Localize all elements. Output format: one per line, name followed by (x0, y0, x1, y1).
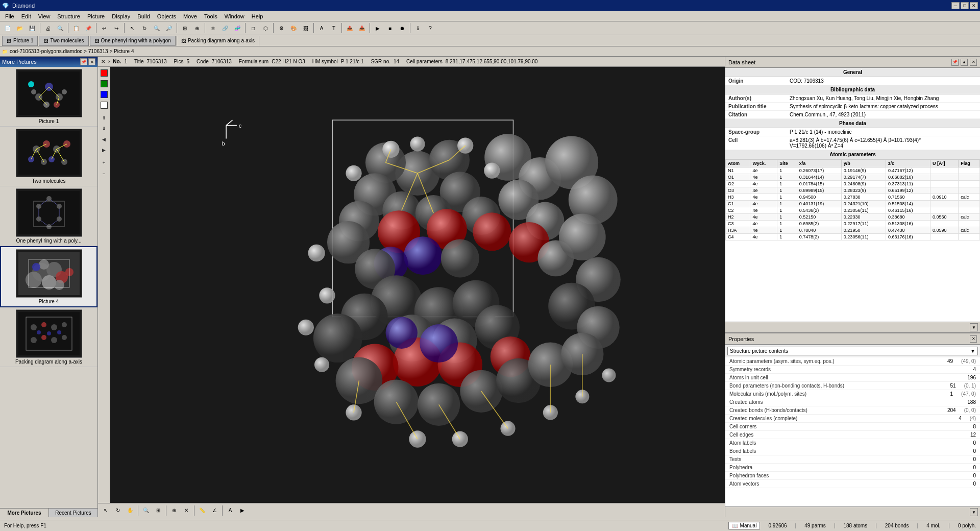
tb-help2[interactable]: ? (425, 22, 436, 34)
sidebar-picture-2[interactable]: Two molecules (0, 127, 97, 186)
tab-two-molecules[interactable]: 🖼 Two molecules (39, 36, 88, 46)
canvas-forward-icon[interactable]: › (108, 59, 110, 64)
sidebar-picture-5[interactable]: Packing diagram along a-axis (0, 307, 97, 367)
sidebar-close-btn[interactable]: ✕ (88, 58, 95, 65)
tb-play[interactable]: ▶ (372, 22, 383, 34)
canvas-tool-color-b[interactable] (99, 89, 109, 100)
canvas-close-icon[interactable]: ✕ (101, 59, 105, 64)
canvas-tb-more[interactable]: ▶ (237, 505, 248, 516)
tb-paste[interactable]: 📌 (83, 22, 94, 34)
tb-bonds[interactable]: 🔗 (219, 22, 231, 34)
close-button[interactable]: ✕ (970, 2, 978, 9)
menu-objects[interactable]: Objects (154, 12, 179, 20)
tb-center[interactable]: ⊕ (191, 22, 203, 34)
canvas-tool-color-g[interactable] (99, 79, 109, 89)
canvas-tb-select[interactable]: ↖ (100, 505, 111, 516)
sidebar-tab-more-pictures[interactable]: More Pictures (0, 509, 49, 517)
data-sheet-content[interactable]: General Origin COD: 7106313 Bibliographi… (725, 68, 980, 322)
menu-display[interactable]: Display (109, 12, 133, 20)
menu-edit[interactable]: Edit (18, 12, 34, 20)
menu-build[interactable]: Build (134, 12, 153, 20)
tb-color[interactable]: 🎨 (288, 22, 299, 34)
properties-content[interactable]: Atomic parameters (asym. sites, sym.eq. … (725, 357, 980, 506)
canvas-tb-del[interactable]: ✕ (181, 505, 192, 516)
tb-render[interactable]: 🖼 (300, 22, 311, 34)
minimize-button[interactable]: ─ (951, 2, 960, 9)
tb-save[interactable]: 💾 (27, 22, 38, 34)
tb-copy[interactable]: 📋 (70, 22, 82, 34)
tb-symmetry[interactable]: ⬡ (260, 22, 271, 34)
tb-open[interactable]: 📂 (14, 22, 26, 34)
tb-stop[interactable]: ■ (384, 22, 396, 34)
tb-molecules[interactable]: 🧬 (232, 22, 243, 34)
sidebar-picture-3[interactable]: One phenyl ring with a poly... (0, 186, 97, 246)
tb-rotate[interactable]: ↻ (139, 22, 150, 34)
canvas-tool-zoom-plus[interactable]: + (99, 158, 109, 168)
tb-fit[interactable]: ⊞ (179, 22, 190, 34)
sidebar-picture-1[interactable]: Picture 1 (0, 67, 97, 127)
tb-info[interactable]: ℹ (412, 22, 424, 34)
tb-cell[interactable]: □ (248, 22, 259, 34)
tab-packing[interactable]: 🖼 Packing diagram along a-axis (177, 36, 259, 46)
menu-picture[interactable]: Picture (84, 12, 108, 20)
tab-one-phenyl[interactable]: 🖼 One phenyl ring with a polygon (90, 36, 176, 46)
canvas-tool-color-w[interactable] (99, 100, 109, 110)
canvas-tb-angle[interactable]: ∠ (209, 505, 220, 516)
data-sheet-close-btn[interactable]: ✕ (970, 59, 977, 66)
canvas-tb-pan[interactable]: ✋ (125, 505, 136, 516)
menu-move[interactable]: Move (180, 12, 200, 20)
prop-label-text: Created bonds (H-bonds/contacts) (729, 407, 807, 413)
sidebar-header-controls[interactable]: 📌 ✕ (80, 58, 95, 65)
canvas-tb-add-atom[interactable]: ⊕ (168, 505, 180, 516)
tb-record[interactable]: ⏺ (397, 22, 408, 34)
tb-redo[interactable]: ↪ (111, 22, 122, 34)
title-bar-controls[interactable]: ─ □ ✕ (951, 2, 978, 9)
tb-settings[interactable]: ⚙ (276, 22, 287, 34)
menu-help[interactable]: Help (249, 12, 266, 20)
menu-tools[interactable]: Tools (201, 12, 220, 20)
canvas-tb-measure[interactable]: 📏 (197, 505, 208, 516)
canvas-tb-zoom[interactable]: 🔍 (140, 505, 152, 516)
tb-new[interactable]: 📄 (2, 22, 13, 34)
tb-pointer[interactable]: ↖ (127, 22, 138, 34)
menu-file[interactable]: File (2, 12, 17, 20)
tb-export[interactable]: 📤 (344, 22, 355, 34)
canvas-tb-rotate[interactable]: ↻ (112, 505, 124, 516)
properties-close-btn[interactable]: ✕ (970, 335, 977, 343)
data-sheet-scroll-down[interactable]: ▼ (970, 323, 978, 331)
tb-zoom-in[interactable]: 🔍 (151, 22, 162, 34)
canvas-tool-nav4[interactable]: ▶ (99, 145, 109, 155)
canvas-section: ⬆ ⬇ ◀ ▶ + − b (98, 67, 725, 503)
tb-text[interactable]: T (328, 22, 339, 34)
properties-dropdown[interactable]: Structure picture contents ▼ (727, 347, 978, 355)
tb-undo[interactable]: ↩ (99, 22, 110, 34)
menu-view[interactable]: View (35, 12, 54, 20)
tb-zoom-out[interactable]: 🔎 (163, 22, 175, 34)
maximize-button[interactable]: □ (961, 2, 969, 9)
canvas-tool-nav3[interactable]: ◀ (99, 134, 109, 144)
ds-authors-label: Author(s) (728, 95, 790, 101)
molecule-canvas[interactable]: b c (110, 67, 725, 503)
canvas-tool-nav1[interactable]: ⬆ (99, 113, 109, 123)
canvas-tool-color-r[interactable] (99, 68, 109, 78)
tb-print[interactable]: 🖨 (42, 22, 54, 34)
sidebar-picture-4[interactable]: Picture 4 (0, 246, 97, 307)
tab-picture1[interactable]: 🖼 Picture 1 (2, 36, 38, 46)
sidebar-pin-btn[interactable]: 📌 (80, 58, 87, 65)
svg-rect-0 (18, 71, 80, 115)
data-sheet-scroll-up[interactable]: ▲ (961, 59, 968, 66)
data-sheet-pin-btn[interactable]: 📌 (951, 59, 959, 66)
properties-scroll-down[interactable]: ▼ (970, 508, 978, 516)
canvas-tb-label[interactable]: A (225, 505, 236, 516)
tb-label[interactable]: A (316, 22, 327, 34)
canvas-tool-nav2[interactable]: ⬇ (99, 124, 109, 134)
tb-atom-params[interactable]: ⚛ (207, 22, 218, 34)
canvas-tb-fit[interactable]: ⊞ (153, 505, 164, 516)
sidebar-tab-recent-pictures[interactable]: Recent Pictures (49, 509, 97, 517)
menu-structure[interactable]: Structure (54, 12, 83, 20)
tb-import[interactable]: 📥 (356, 22, 368, 34)
canvas-tool-zoom-minus[interactable]: − (99, 168, 109, 179)
tb-preview[interactable]: 🔍 (55, 22, 66, 34)
prop-label-text: Symmetry records (729, 367, 771, 372)
menu-window[interactable]: Window (222, 12, 248, 20)
